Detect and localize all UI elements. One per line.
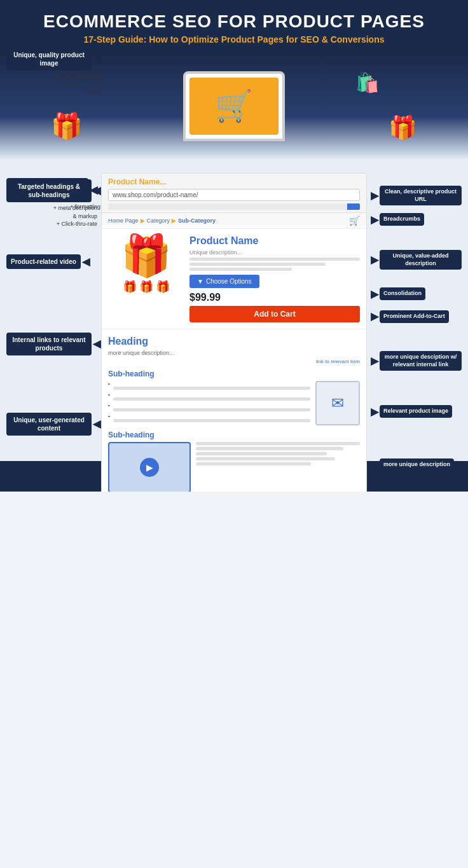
- label-more-unique: more unique description: [380, 458, 454, 471]
- arrow-video: ◀: [82, 256, 90, 268]
- arrow-ugc: ◀: [93, 418, 100, 430]
- arrow-product-image-left: ◀: [93, 53, 100, 65]
- dropdown-icon: ▼: [197, 278, 203, 285]
- main-heading: Heading: [108, 336, 360, 347]
- mockup-topbar: Product Name... www.shop.com/product-nam…: [102, 174, 366, 213]
- video-placeholder: ▶: [108, 442, 191, 492]
- thumb-1: 🎁: [123, 280, 137, 294]
- desc-lines: [189, 258, 360, 271]
- right-description-row: ▶ Unique, value-added description: [371, 250, 462, 270]
- product-name-placeholder: Product Name...: [108, 177, 360, 186]
- main-description: more unique description...: [108, 350, 360, 356]
- add-to-cart-btn[interactable]: Add to Cart: [189, 306, 360, 322]
- left-image-row: Unique, quality product image ◀ + alt ta…: [6, 48, 100, 97]
- label-headings: Targeted headings & sub-headings: [6, 179, 92, 202]
- choose-options-label: Choose Options: [206, 278, 252, 285]
- choose-options-btn[interactable]: ▼ Choose Options: [189, 275, 259, 288]
- text-line-b2: [113, 397, 310, 401]
- desc-line-1: [189, 258, 360, 261]
- label-consolidation: Consolidation: [380, 287, 425, 300]
- right-product-image-row: ▶ Relevant product image: [371, 405, 462, 418]
- arrow-consolidation: ▶: [371, 288, 378, 300]
- price-text: $99.99: [189, 292, 360, 303]
- subheading-2: Sub-heading: [108, 431, 360, 439]
- subheading-1: Sub-heading: [108, 369, 360, 378]
- mockup: Product Name... www.shop.com/product-nam…: [101, 173, 367, 492]
- vid-line-2: [196, 447, 343, 450]
- right-breadcrumbs-row: ▶ Breadcrumbs: [371, 213, 462, 226]
- label-product-image-left: Unique, quality product image: [6, 48, 92, 71]
- breadcrumb-sep1: ▶: [141, 217, 145, 224]
- product-gift-icon: 🎁: [108, 235, 184, 276]
- arrow-url: ▶: [371, 189, 378, 202]
- right-more-unique-row: ▶ more unique description: [371, 458, 462, 471]
- vid-line-5: [196, 462, 311, 465]
- label-breadcrumbs: Breadcrumbs: [380, 213, 424, 226]
- bullet-icon: •: [108, 381, 310, 387]
- desc-line-2: [189, 263, 326, 266]
- label-description: Unique, value-added description: [380, 250, 462, 270]
- right-url-row: ▶ Clean, descriptive product URL: [371, 186, 462, 205]
- product-image-placeholder-1: ✉: [315, 381, 360, 425]
- right-internal-link-row: ▶ more unique desciption w/ relevant int…: [371, 351, 462, 371]
- label-internal-link: more unique desciption w/ relevant inter…: [380, 351, 462, 371]
- breadcrumb-category: Category: [147, 217, 170, 224]
- thumb-3: 🎁: [156, 280, 170, 294]
- arrow-headings: ◀: [93, 184, 100, 196]
- product-details: Product Name Unique description... ▼ Cho…: [189, 235, 360, 322]
- label-internal-links: Internal links to relevant products: [6, 333, 92, 355]
- envelope-icon: ✉: [331, 394, 344, 412]
- arrow-description: ▶: [371, 254, 378, 266]
- breadcrumb-home: Home Page: [108, 217, 139, 224]
- subheading-1-content: • • • • ✉: [108, 381, 360, 425]
- subheading-1-textlines: • • • •: [108, 381, 310, 424]
- video-text-lines: [196, 442, 360, 492]
- description-label: Unique description...: [189, 249, 360, 256]
- vid-line-4: [196, 457, 335, 460]
- add-to-cart-label: Add to Cart: [254, 310, 295, 319]
- left-ugc-row: Unique, user-generated content ◀: [6, 413, 100, 436]
- product-name-large: Product Name: [189, 235, 360, 247]
- breadcrumb: Home Page ▶ Category ▶ Sub-Category 🛒: [102, 213, 366, 229]
- right-col-labels: ▶ Clean, descriptive product URL ▶ Bread…: [369, 173, 462, 492]
- arrow-addtocart: ▶: [371, 310, 378, 322]
- product-image-sub: + alt tag & file name+ multiple imagevie…: [50, 72, 100, 97]
- url-text: www.shop.com/product-name/: [113, 191, 198, 198]
- product-section: 🎁 🎁 🎁 🎁 Product Name Unique description.…: [102, 229, 366, 329]
- product-thumbnails: 🎁 🎁 🎁: [108, 280, 184, 294]
- video-section: ▶: [108, 442, 360, 492]
- left-video-row: Product-related video ◀: [6, 254, 100, 269]
- url-bar: www.shop.com/product-name/: [108, 189, 360, 201]
- play-btn[interactable]: ▶: [140, 458, 159, 477]
- desc-line-3: [189, 268, 292, 271]
- breadcrumb-subcategory: Sub-Category: [178, 217, 216, 224]
- bullet-icon-3: •: [108, 403, 310, 408]
- center-col-page-title: Product Name... www.shop.com/product-nam…: [99, 173, 369, 492]
- vid-line-1: [196, 442, 360, 445]
- label-addtocart: Prominent Add-to-Cart: [380, 310, 449, 323]
- label-video: Product-related video: [6, 254, 81, 269]
- hero-bag-right: 🛍️: [355, 71, 379, 93]
- content-heading-section: Heading more unique description... link …: [102, 329, 366, 492]
- breadcrumb-cart: 🛒: [349, 216, 360, 226]
- arrow-more-unique: ▶: [371, 458, 378, 471]
- label-product-image: Relevant product image: [380, 405, 452, 418]
- bullet-icon-4: •: [108, 413, 310, 419]
- label-url: Clean, descriptive product URL: [380, 186, 462, 205]
- internal-link[interactable]: link to relevant item: [108, 359, 360, 364]
- headings-sub: + formatting: [70, 203, 100, 210]
- arrow-product-image: ▶: [371, 406, 378, 418]
- right-addtocart-row: ▶ Prominent Add-to-Cart: [371, 310, 462, 323]
- vid-line-3: [196, 452, 327, 455]
- search-bar: [108, 203, 360, 210]
- arrow-internal-link: ▶: [371, 355, 378, 367]
- arrow-breadcrumbs: ▶: [371, 214, 378, 226]
- hero-laptop-screen: 🛒: [189, 78, 279, 135]
- text-line-b1: [113, 387, 310, 390]
- bullet-icon-2: •: [108, 392, 310, 397]
- left-internal-links-row: Internal links to relevant products ◀: [6, 333, 100, 355]
- text-line-b4: [113, 419, 310, 422]
- cart-icon-large: 🛒: [215, 88, 253, 124]
- product-image-area: 🎁 🎁 🎁 🎁: [108, 235, 184, 322]
- thumb-2: 🎁: [139, 280, 153, 294]
